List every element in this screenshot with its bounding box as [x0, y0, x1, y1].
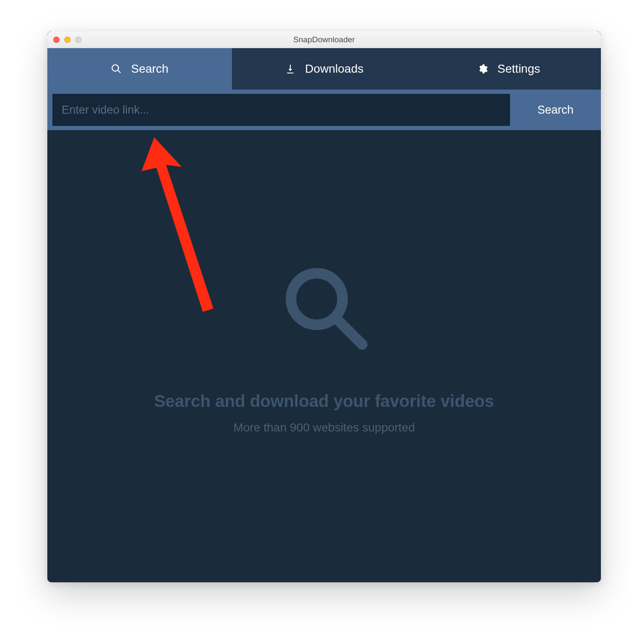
- search-button[interactable]: Search: [510, 90, 601, 130]
- search-icon: [111, 63, 122, 74]
- content-area: Search and download your favorite videos…: [47, 130, 601, 582]
- hero-title: Search and download your favorite videos: [154, 392, 494, 411]
- svg-line-1: [338, 320, 362, 344]
- main-tabs: Search Downloads Settings: [47, 48, 601, 90]
- minimize-window-button[interactable]: [64, 36, 71, 43]
- app-window: SnapDownloader Search Downloads Settings…: [47, 31, 601, 582]
- window-title: SnapDownloader: [47, 35, 601, 44]
- search-hero-icon: [279, 261, 370, 354]
- tab-settings-label: Settings: [497, 62, 540, 76]
- hero-subtitle: More than 900 websites supported: [233, 421, 415, 434]
- gear-icon: [477, 63, 488, 74]
- tab-search-label: Search: [131, 62, 169, 76]
- download-icon: [285, 63, 296, 74]
- tab-downloads[interactable]: Downloads: [232, 48, 417, 90]
- tab-downloads-label: Downloads: [305, 62, 364, 76]
- video-link-input[interactable]: [52, 94, 510, 126]
- search-bar: Search: [47, 90, 601, 130]
- tab-settings[interactable]: Settings: [416, 48, 601, 90]
- window-controls: [53, 36, 82, 43]
- zoom-window-button[interactable]: [75, 36, 82, 43]
- titlebar: SnapDownloader: [47, 31, 601, 48]
- close-window-button[interactable]: [53, 36, 60, 43]
- tab-search[interactable]: Search: [47, 48, 232, 90]
